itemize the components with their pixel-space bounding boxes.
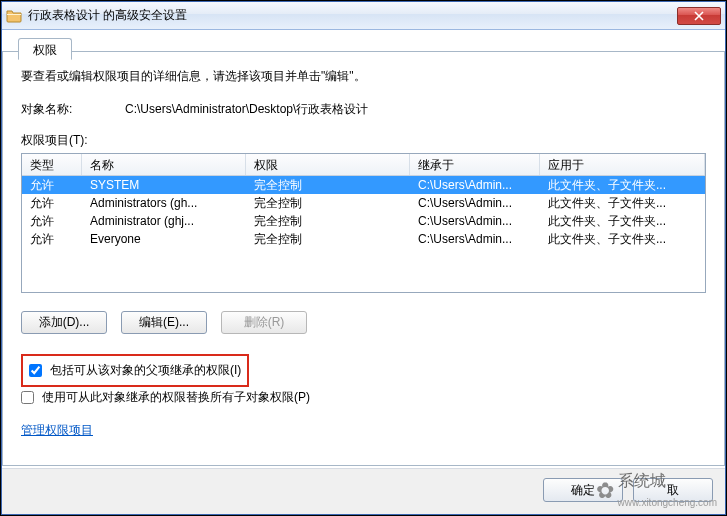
include-inherit-checkbox[interactable]: 包括可从该对象的父项继承的权限(I) xyxy=(29,362,241,379)
manage-permissions-link[interactable]: 管理权限项目 xyxy=(21,422,93,439)
tab-permissions[interactable]: 权限 xyxy=(18,38,72,60)
table-row[interactable]: 允许 Administrator (ghj... 完全控制 C:\Users\A… xyxy=(22,212,705,230)
close-button[interactable] xyxy=(677,7,721,25)
permission-list-label: 权限项目(T): xyxy=(21,132,706,149)
advanced-security-window: 行政表格设计 的高级安全设置 权限 要查看或编辑权限项目的详细信息，请选择该项目… xyxy=(1,1,726,515)
col-header-name[interactable]: 名称 xyxy=(82,154,246,175)
object-name-value: C:\Users\Administrator\Desktop\行政表格设计 xyxy=(125,101,368,118)
col-header-apply[interactable]: 应用于 xyxy=(540,154,705,175)
col-header-inherit[interactable]: 继承于 xyxy=(410,154,540,175)
object-name-label: 对象名称: xyxy=(21,101,101,118)
object-row: 对象名称: C:\Users\Administrator\Desktop\行政表… xyxy=(21,101,706,118)
replace-child-label: 使用可从此对象继承的权限替换所有子对象权限(P) xyxy=(42,389,310,406)
col-header-perm[interactable]: 权限 xyxy=(246,154,410,175)
instruction-text: 要查看或编辑权限项目的详细信息，请选择该项目并单击"编辑"。 xyxy=(21,68,706,85)
col-header-type[interactable]: 类型 xyxy=(22,154,82,175)
include-inherit-input[interactable] xyxy=(29,364,42,377)
add-button[interactable]: 添加(D)... xyxy=(21,311,107,334)
listview-header[interactable]: 类型 名称 权限 继承于 应用于 xyxy=(22,154,705,176)
replace-child-input[interactable] xyxy=(21,391,34,404)
highlighted-checkbox-area: 包括可从该对象的父项继承的权限(I) xyxy=(21,354,249,387)
include-inherit-label: 包括可从该对象的父项继承的权限(I) xyxy=(50,362,241,379)
folder-icon xyxy=(6,8,22,24)
table-row[interactable]: 允许 Everyone 完全控制 C:\Users\Admin... 此文件夹、… xyxy=(22,230,705,248)
ok-button[interactable]: 确定 xyxy=(543,478,623,502)
table-row[interactable]: 允许 SYSTEM 完全控制 C:\Users\Admin... 此文件夹、子文… xyxy=(22,176,705,194)
window-title: 行政表格设计 的高级安全设置 xyxy=(28,7,677,24)
button-row: 添加(D)... 编辑(E)... 删除(R) xyxy=(21,311,706,334)
edit-button[interactable]: 编辑(E)... xyxy=(121,311,207,334)
remove-button[interactable]: 删除(R) xyxy=(221,311,307,334)
tab-body: 要查看或编辑权限项目的详细信息，请选择该项目并单击"编辑"。 对象名称: C:\… xyxy=(2,51,725,466)
replace-child-checkbox[interactable]: 使用可从此对象继承的权限替换所有子对象权限(P) xyxy=(21,389,706,406)
tab-label: 权限 xyxy=(33,43,57,57)
titlebar[interactable]: 行政表格设计 的高级安全设置 xyxy=(2,2,725,30)
table-row[interactable]: 允许 Administrators (gh... 完全控制 C:\Users\A… xyxy=(22,194,705,212)
cancel-button[interactable]: 取 xyxy=(633,478,713,502)
permission-listview[interactable]: 类型 名称 权限 继承于 应用于 允许 SYSTEM 完全控制 C:\Users… xyxy=(21,153,706,293)
